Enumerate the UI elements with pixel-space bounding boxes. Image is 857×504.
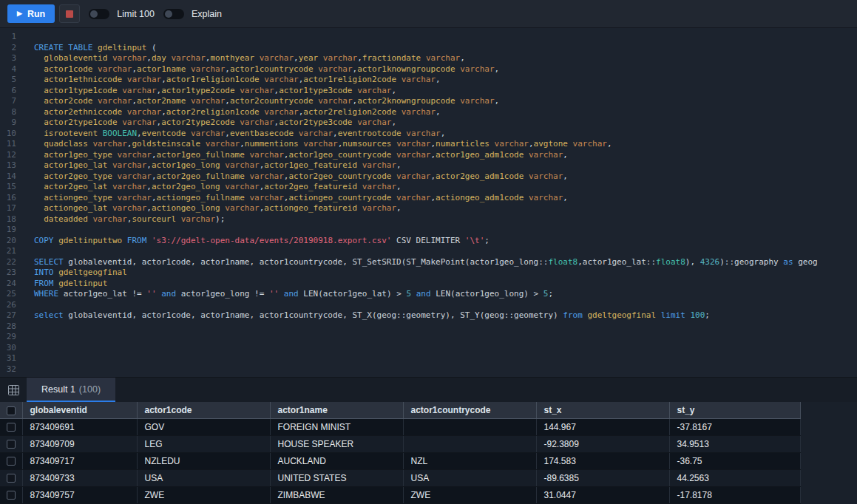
cell-actor1code[interactable]: GOV [137,418,270,435]
cell-globaleventid[interactable]: 873409733 [22,469,137,486]
line-number: 17 [0,203,25,214]
code-token [396,107,402,117]
code-line[interactable]: 4 actor1code varchar,actor1name varchar,… [0,64,857,75]
cell-actor1countrycode[interactable] [403,435,536,452]
code-line[interactable]: 2CREATE TABLE gdeltinput ( [0,43,857,54]
code-line[interactable]: 20COPY gdeltinputtwo FROM 's3://gdelt-op… [0,236,857,247]
code-line[interactable]: 29 [0,332,857,343]
code-token: , [225,129,230,138]
code-line[interactable]: 25WHERE actor1geo_lat != '' and actor1ge… [0,289,857,300]
cell-st_y[interactable]: -37.8167 [669,418,800,435]
cell-actor1name[interactable]: UNITED STATES [270,469,403,486]
cell-actor1code[interactable]: ZWE [137,486,270,503]
cell-actor1code[interactable]: LEG [137,435,270,452]
stop-button[interactable] [59,4,80,23]
code-line[interactable]: 12 actor1geo_type varchar,actor1geo_full… [0,150,857,161]
code-line[interactable]: 31 [0,353,857,364]
code-line[interactable]: 21 [0,246,857,257]
code-token: , [161,107,166,117]
column-header-st_x[interactable]: st_x [536,402,669,418]
code-token: varchar [98,64,132,74]
cell-st_y[interactable]: 44.2563 [669,469,800,486]
code-line[interactable]: 18 dateadded varchar,sourceurl varchar); [0,214,857,225]
code-token: , [391,86,396,95]
row-checkbox[interactable] [7,457,16,466]
table-header-row: globaleventidactor1codeactor1nameactor1c… [0,402,800,418]
tab-result-1[interactable]: Result 1 (100) [27,378,115,402]
explain-toggle[interactable] [163,9,184,19]
cell-actor1countrycode[interactable]: ZWE [403,486,536,503]
code-line[interactable]: 24FROM gdeltinput [0,279,857,290]
line-number: 2 [0,43,25,54]
code-line[interactable]: 19 [0,225,857,236]
cell-globaleventid[interactable]: 873409717 [22,452,137,469]
cell-actor1name[interactable]: HOUSE SPEAKER [270,435,403,452]
code-token: ; [484,236,490,245]
code-line[interactable]: 17 actiongeo_lat varchar,actiongeo_long … [0,203,857,214]
row-checkbox[interactable] [7,423,16,432]
code-text: actor2geo_type varchar,actor2geo_fullnam… [25,171,568,183]
code-line[interactable]: 28 [0,321,857,333]
column-header-actor1countrycode[interactable]: actor1countrycode [403,402,536,418]
code-token: varchar [460,64,494,74]
row-checkbox[interactable] [7,440,16,449]
code-line[interactable]: 14 actor2geo_type varchar,actor2geo_full… [0,171,857,183]
code-line[interactable]: 27select globaleventid, actor1code, acto… [0,310,857,321]
code-token: goldsteinscale [132,139,200,149]
cell-actor1name[interactable]: AUCKLAND [270,452,403,469]
code-line[interactable]: 11 quadclass varchar,goldsteinscale varc… [0,139,857,150]
cell-globaleventid[interactable]: 873409709 [22,435,137,452]
cell-actor1countrycode[interactable] [403,418,536,435]
code-line[interactable]: 8 actor2ethniccode varchar,actor2religio… [0,107,857,118]
sql-editor[interactable]: 12CREATE TABLE gdeltinput (3 globalevent… [0,28,857,377]
cell-actor1code[interactable]: USA [137,469,270,486]
code-line[interactable]: 23INTO gdeltgeogfinal [0,268,857,279]
column-header-globaleventid[interactable]: globaleventid [22,402,137,418]
cell-st_y[interactable]: 34.9513 [669,435,800,452]
cell-st_x[interactable]: 144.967 [536,418,669,435]
code-line[interactable]: 32 [0,364,857,375]
cell-globaleventid[interactable]: 873409691 [22,418,137,435]
code-line[interactable]: 15 actor2geo_lat varchar,actor2geo_long … [0,182,857,193]
code-line[interactable]: 13 actor1geo_lat varchar,actor1geo_long … [0,160,857,171]
code-line[interactable]: 6 actor1type1code varchar,actor1type2cod… [0,86,857,97]
code-line[interactable]: 10 isrootevent BOOLEAN,eventcode varchar… [0,129,857,140]
code-token: varchar [260,53,294,63]
column-header-st_y[interactable]: st_y [669,402,800,418]
code-line[interactable]: 5 actor1ethniccode varchar,actor1religio… [0,75,857,86]
limit-toggle[interactable] [89,9,109,19]
cell-actor1countrycode[interactable]: USA [403,469,536,486]
code-line[interactable]: 22SELECT globaleventid, actor1code, acto… [0,257,857,268]
results-grid-icon[interactable] [0,378,27,402]
select-all-checkbox[interactable] [7,406,16,415]
cell-actor1code[interactable]: NZLEDU [137,452,270,469]
code-line[interactable]: 3 globaleventid varchar,day varchar,mont… [0,53,857,64]
run-button[interactable]: ▶ Run [7,4,55,23]
cell-st_y[interactable]: -36.75 [669,452,800,469]
cell-st_x[interactable]: 31.0447 [536,486,669,503]
column-header-actor1name[interactable]: actor1name [270,402,403,418]
column-header-actor1code[interactable]: actor1code [137,402,270,418]
cell-st_y[interactable]: -17.8178 [669,486,800,503]
code-line[interactable]: 1 [0,32,857,43]
code-token: varchar [396,150,430,160]
cell-st_x[interactable]: -89.6385 [536,469,669,486]
code-token [524,171,529,181]
code-token: numsources [342,139,391,149]
cell-st_x[interactable]: -92.3809 [536,435,669,452]
code-line[interactable]: 30 [0,343,857,354]
code-token: actor1ethniccode [44,75,122,84]
code-line[interactable]: 16 actiongeo_type varchar,actiongeo_full… [0,193,857,204]
code-token [34,75,44,84]
cell-actor1name[interactable]: ZIMBABWE [270,486,403,503]
row-checkbox[interactable] [7,474,16,483]
code-line[interactable]: 7 actor2code varchar,actor2name varchar,… [0,96,857,107]
row-checkbox[interactable] [7,491,16,500]
cell-actor1countrycode[interactable]: NZL [403,452,536,469]
cell-st_x[interactable]: 174.583 [536,452,669,469]
cell-globaleventid[interactable]: 873409757 [22,486,137,503]
cell-actor1name[interactable]: FOREIGN MINIST [270,418,403,435]
code-token: , [161,75,166,84]
code-line[interactable]: 26 [0,300,857,311]
code-line[interactable]: 9 actor2type1code varchar,actor2type2cod… [0,118,857,129]
